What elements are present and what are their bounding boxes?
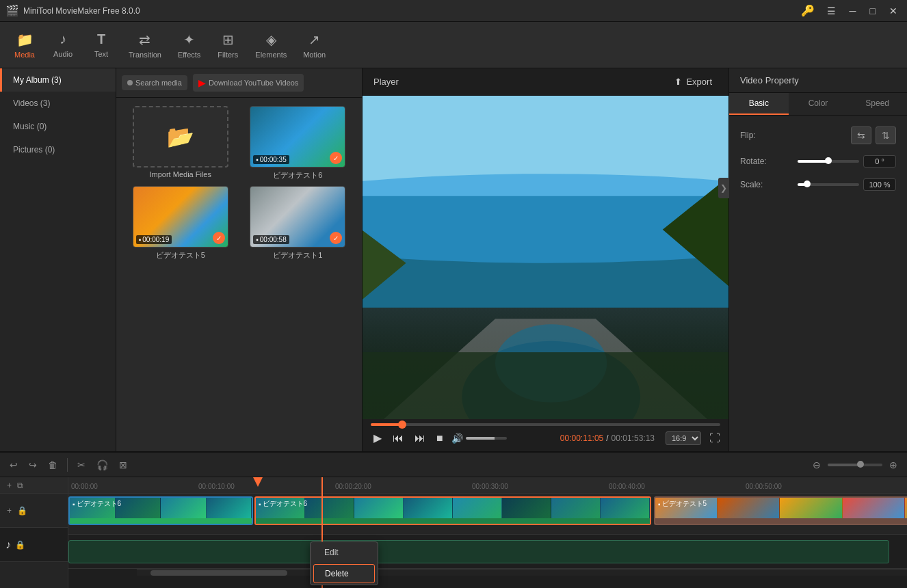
clip-audio-wave-3: [655, 518, 907, 524]
tab-color[interactable]: Color: [789, 93, 848, 115]
track-controls: + ⧉ + 🔒 ♪ 🔒: [0, 477, 68, 588]
crop-button[interactable]: ⊠: [115, 457, 131, 473]
toolbar-effects[interactable]: ✦ Effects: [170, 27, 209, 63]
key-icon[interactable]: 🔑: [801, 4, 815, 17]
close-button[interactable]: ✕: [885, 4, 902, 18]
clip-video-icon: ▪: [73, 500, 75, 508]
media-item-vid6[interactable]: ▪ 00:00:35 ✓ ビデオテスト6: [242, 106, 354, 181]
tab-speed[interactable]: Speed: [847, 93, 907, 115]
add-track-button[interactable]: +: [5, 479, 13, 492]
scrollbar-thumb[interactable]: [150, 570, 287, 576]
clip-vid6-selected[interactable]: ▪ ビデオテスト6: [254, 496, 651, 525]
menu-button[interactable]: ☰: [823, 4, 840, 18]
toolbar-audio[interactable]: ♪ Audio: [44, 27, 82, 62]
toolbar-motion-label: Motion: [303, 51, 326, 59]
media-grid: 📂 Import Media Files ▪ 00:00:35 ✓ ビデオテスト…: [116, 98, 362, 269]
zoom-out-button[interactable]: ⊖: [809, 457, 825, 473]
player-progress-area: [363, 419, 728, 426]
search-media-button[interactable]: Search media: [122, 75, 187, 90]
download-youtube-button[interactable]: ▶ Download YouTube Videos: [193, 74, 304, 92]
flip-horizontal-button[interactable]: ⇆: [851, 126, 871, 144]
ruler-marks-container: 00:00:00 00:00:10:00 00:00:20:00 00:00:3…: [68, 477, 907, 493]
toolbar-transition[interactable]: ⇄ Transition: [120, 27, 170, 63]
vid1-duration: ▪ 00:00:58: [253, 235, 289, 244]
play-button[interactable]: ▶: [371, 430, 384, 446]
scale-slider-handle: [804, 181, 811, 187]
filters-icon: ⊞: [222, 31, 234, 48]
progress-handle[interactable]: [398, 420, 406, 429]
rotate-slider[interactable]: [798, 160, 859, 163]
toolbar-filters[interactable]: ⊞ Filters: [209, 27, 247, 63]
toolbar-text[interactable]: T Text: [82, 27, 120, 62]
timeline-section: ↩ ↪ 🗑 ✂ 🎧 ⊠ ⊖ ⊕ + ⧉ + 🔒 ♪: [0, 451, 907, 588]
ruler-controls: + ⧉: [0, 477, 68, 494]
vid6-duration: ▪ 00:00:35: [253, 155, 289, 164]
copy-track-button[interactable]: ⧉: [16, 479, 25, 492]
sidebar-item-music[interactable]: Music (0): [0, 115, 116, 138]
zoom-slider[interactable]: [828, 464, 882, 466]
audio-clip[interactable]: [68, 540, 889, 563]
zoom-in-button[interactable]: ⊕: [885, 457, 902, 473]
toolbar-elements[interactable]: ◈ Elements: [247, 27, 295, 63]
toolbar-motion[interactable]: ↗ Motion: [295, 27, 334, 63]
minimize-button[interactable]: ─: [845, 4, 860, 18]
prev-frame-button[interactable]: ⏮: [390, 431, 406, 446]
context-menu-edit[interactable]: Edit: [311, 542, 378, 563]
player-video: [363, 96, 728, 419]
text-icon: T: [97, 31, 105, 47]
redo-button[interactable]: ↪: [25, 457, 41, 473]
audio-icon: ♪: [60, 31, 66, 47]
clip-vid6-first[interactable]: ▪ ビデオテスト6: [68, 496, 253, 525]
fullscreen-button[interactable]: ⛶: [709, 432, 720, 444]
undo-button[interactable]: ↩: [5, 457, 22, 473]
scale-row: Scale: 100 %: [740, 178, 896, 191]
vid6-check: ✓: [330, 152, 342, 164]
sidebar-item-myalbum[interactable]: My Album (3): [0, 68, 116, 92]
vid5-check: ✓: [213, 232, 225, 244]
export-button[interactable]: ⬆ Export: [669, 74, 718, 90]
clip-vid5[interactable]: ▪ ビデオテスト5: [654, 496, 907, 525]
detach-audio-button[interactable]: 🎧: [92, 457, 112, 473]
audio-lock-button[interactable]: 🔒: [14, 539, 27, 551]
tab-basic[interactable]: Basic: [729, 93, 789, 115]
timeline-ruler: 00:00:00 00:00:10:00 00:00:20:00 00:00:3…: [68, 477, 907, 494]
player-title: Player: [373, 77, 399, 87]
scale-slider[interactable]: [798, 183, 859, 186]
media-icon: 📁: [16, 31, 34, 48]
maximize-button[interactable]: □: [866, 4, 880, 18]
volume-icon: 🔊: [451, 433, 463, 444]
clip-audio-wave-2: [256, 518, 650, 524]
vid1-check: ✓: [330, 232, 342, 244]
collapse-panel-arrow[interactable]: ❯: [718, 178, 729, 198]
next-frame-button[interactable]: ⏭: [412, 431, 428, 446]
effects-icon: ✦: [183, 31, 195, 48]
rotate-label: Rotate:: [740, 157, 767, 166]
track-add-button[interactable]: +: [5, 505, 13, 517]
media-panel: Search media ▶ Download YouTube Videos 📂…: [116, 68, 363, 451]
flip-vertical-button[interactable]: ⇅: [876, 126, 896, 144]
sidebar-item-videos[interactable]: Videos (3): [0, 92, 116, 115]
cut-button[interactable]: ✂: [73, 457, 90, 473]
clip-vid6-2-label: ▪ ビデオテスト6: [259, 499, 307, 509]
title-bar: 🎬 MiniTool MovieMaker Free 8.0.0 🔑 ☰ ─ □…: [0, 0, 907, 22]
track-lock-button[interactable]: 🔒: [16, 505, 29, 517]
progress-bar-track[interactable]: [371, 423, 720, 426]
sidebar-item-pictures[interactable]: Pictures (0): [0, 138, 116, 161]
context-menu-delete[interactable]: Delete: [313, 564, 375, 583]
flip-controls: ⇆ ⇅: [851, 126, 896, 144]
search-dot-icon: [127, 80, 133, 85]
import-media-item[interactable]: 📂 Import Media Files: [124, 106, 237, 181]
media-item-vid5[interactable]: ▪ 00:00:19 ✓ ビデオテスト5: [124, 186, 237, 260]
player-header: Player ⬆ Export: [363, 68, 728, 96]
volume-slider[interactable]: [466, 437, 507, 440]
aspect-ratio-select[interactable]: 16:9 4:3 1:1: [666, 431, 701, 445]
volume-control: 🔊: [451, 433, 507, 444]
vid5-thumb: ▪ 00:00:19 ✓: [133, 186, 228, 248]
ruler-mark-30: 00:00:30:00: [472, 483, 508, 490]
ruler-mark-20: 00:00:20:00: [335, 483, 371, 490]
stop-button[interactable]: ■: [434, 431, 446, 446]
timeline-toolbar: ↩ ↪ 🗑 ✂ 🎧 ⊠ ⊖ ⊕: [0, 453, 907, 477]
delete-clip-button[interactable]: 🗑: [44, 457, 62, 473]
media-item-vid1[interactable]: ▪ 00:00:58 ✓ ビデオテスト1: [242, 186, 354, 260]
toolbar-media[interactable]: 📁 Media: [5, 27, 44, 63]
